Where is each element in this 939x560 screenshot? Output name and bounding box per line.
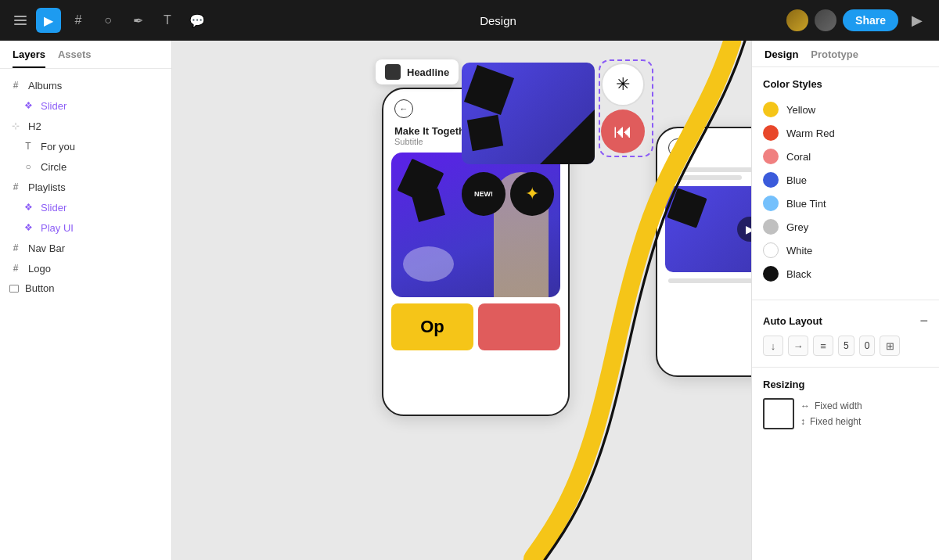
color-row-blue-tint[interactable]: Blue Tint xyxy=(763,192,928,215)
al-spacing-value: 5 xyxy=(844,340,849,351)
color-label-white: White xyxy=(786,245,812,257)
layer-label-nav-bar: Nav Bar xyxy=(28,242,65,254)
color-label-coral: Coral xyxy=(786,151,811,163)
al-align[interactable]: ⊞ xyxy=(880,336,900,356)
text-icon: T xyxy=(22,140,34,153)
color-swatch-warm-red xyxy=(763,125,779,141)
al-clip-input[interactable]: 0 xyxy=(859,336,876,356)
color-row-coral[interactable]: Coral xyxy=(763,145,928,168)
tab-assets[interactable]: Assets xyxy=(58,48,92,68)
pen-tool-button[interactable]: ✒ xyxy=(125,8,150,33)
layer-item-logo[interactable]: # Logo xyxy=(0,258,171,278)
hash-icon: # xyxy=(9,79,22,92)
layer-item-playlists[interactable]: # Playlists xyxy=(0,177,171,197)
skeleton-line-2 xyxy=(668,175,742,180)
black-shape-2 xyxy=(467,115,503,151)
layer-item-circle[interactable]: ○ Circle xyxy=(0,156,171,177)
card-group: ✳ ⏮ NEW! ✦ Headline xyxy=(462,63,595,167)
menu-icon-line xyxy=(14,16,27,17)
shape-m2 xyxy=(667,188,707,228)
canvas[interactable]: ✳ ⏮ NEW! ✦ Headline ← ✦ xyxy=(172,41,751,560)
tab-design[interactable]: Design xyxy=(765,48,798,66)
comment-tool-button[interactable]: 💬 xyxy=(185,8,210,33)
resizing-title: Resizing xyxy=(763,379,928,390)
color-label-blue-tint: Blue Tint xyxy=(786,198,826,210)
star-badge: ✳ xyxy=(601,63,645,106)
panel-tabs: Layers Assets xyxy=(0,41,171,69)
layer-item-play-ui[interactable]: ❖ Play UI xyxy=(0,217,171,238)
fixed-width-label: ↔ Fixed width xyxy=(800,400,862,411)
al-spacing-input[interactable]: 5 xyxy=(838,336,854,356)
layer-label-slider1: Slider xyxy=(41,100,67,112)
color-row-white[interactable]: White xyxy=(763,239,928,262)
headline-label: Headline xyxy=(376,59,459,84)
menu-button[interactable] xyxy=(9,11,31,30)
present-button[interactable]: ▶ xyxy=(905,8,930,33)
layer-item-h2[interactable]: ⊹ H2 xyxy=(0,116,171,136)
spark-badge: ✦ xyxy=(510,172,554,216)
new-badge: NEW! xyxy=(462,172,505,216)
color-row-black[interactable]: Black xyxy=(763,262,928,285)
layer-label-h2: H2 xyxy=(28,120,41,132)
fixed-width-text: Fixed width xyxy=(815,400,862,411)
color-styles-section: Color Styles Yellow Warm Red Coral Blue … xyxy=(752,67,939,296)
tab-prototype[interactable]: Prototype xyxy=(811,48,858,66)
tab-layers[interactable]: Layers xyxy=(13,48,45,68)
triangle-shape xyxy=(540,109,595,164)
shape-geo2 xyxy=(412,188,445,222)
color-label-black: Black xyxy=(786,268,811,280)
select-tool-button[interactable]: ▶ xyxy=(36,8,61,33)
layer-item-nav-bar[interactable]: # Nav Bar xyxy=(0,238,171,258)
text-tool-button[interactable]: T xyxy=(155,8,180,33)
shape-tool-button[interactable]: ○ xyxy=(95,8,121,33)
auto-layout-collapse[interactable]: − xyxy=(919,313,928,329)
oval-shape xyxy=(403,246,454,282)
right-panel: Design Prototype Color Styles Yellow War… xyxy=(751,41,939,560)
rewind-badge: ⏮ xyxy=(601,109,645,153)
mockup-1-back: ← xyxy=(394,99,413,118)
layer-item-for-you[interactable]: T For you xyxy=(0,136,171,156)
layer-item-slider2[interactable]: ❖ Slider xyxy=(0,197,171,217)
color-label-warm-red: Warm Red xyxy=(786,127,835,139)
color-row-warm-red[interactable]: Warm Red xyxy=(763,121,928,145)
divider-2 xyxy=(752,367,939,368)
color-swatch-yellow xyxy=(763,102,779,117)
skeleton-line-3 xyxy=(668,278,751,283)
color-row-yellow[interactable]: Yellow xyxy=(763,98,928,121)
al-wrap[interactable]: ≡ xyxy=(813,336,833,356)
hash-icon-2: # xyxy=(9,181,22,193)
layer-label-albums: Albums xyxy=(28,80,62,92)
layer-label-logo: Logo xyxy=(28,263,51,275)
fixed-height-text: Fixed height xyxy=(810,416,861,427)
headline-icon xyxy=(385,64,401,80)
hash-icon-3: # xyxy=(9,242,22,254)
fixed-height-label: ↕ Fixed height xyxy=(800,416,862,427)
color-swatch-blue xyxy=(763,172,779,188)
auto-layout-header: Auto Layout − xyxy=(752,303,939,336)
avatar-2[interactable] xyxy=(815,9,836,31)
layer-item-button[interactable]: Button xyxy=(0,278,171,298)
resizing-grid: ↔ Fixed width ↕ Fixed height xyxy=(763,398,928,429)
card-red xyxy=(478,303,560,350)
play-button[interactable]: ▶ xyxy=(737,217,751,242)
purple-card xyxy=(462,63,595,164)
fixed-height-icon: ↕ xyxy=(800,416,805,427)
layer-label-circle: Circle xyxy=(41,161,67,173)
circle-icon: ○ xyxy=(22,160,34,173)
layer-item-slider1[interactable]: ❖ Slider xyxy=(0,95,171,116)
color-label-blue: Blue xyxy=(786,174,807,186)
al-direction-right[interactable]: → xyxy=(788,336,808,356)
color-row-blue[interactable]: Blue xyxy=(763,168,928,192)
al-direction-down[interactable]: ↓ xyxy=(763,336,783,356)
resizing-box xyxy=(763,398,794,429)
avatar-1[interactable] xyxy=(786,9,808,31)
frame-tool-button[interactable]: # xyxy=(66,8,91,33)
share-button[interactable]: Share xyxy=(843,9,898,31)
main-layout: Layers Assets # Albums ❖ Slider ⊹ H2 T F… xyxy=(0,41,939,560)
layer-item-albums[interactable]: # Albums xyxy=(0,75,171,95)
color-row-grey[interactable]: Grey xyxy=(763,215,928,239)
layer-label-button: Button xyxy=(25,282,55,294)
badge-group: ✳ ⏮ xyxy=(601,63,645,153)
layer-label-play-ui: Play UI xyxy=(41,222,74,234)
color-label-grey: Grey xyxy=(786,221,808,233)
